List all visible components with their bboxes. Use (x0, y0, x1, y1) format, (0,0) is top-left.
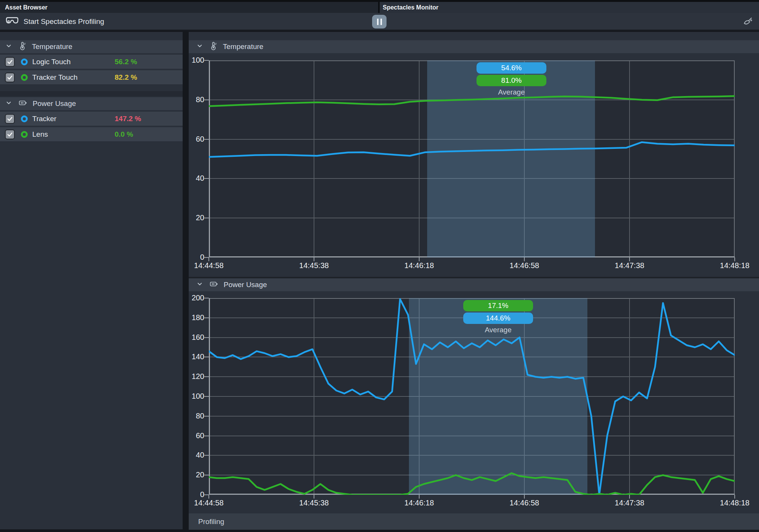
metrics-sidebar: Temperature Logic Touch 56.2 % Tracker T… (0, 32, 183, 529)
metric-label: Tracker (32, 115, 57, 123)
axis-tick (204, 178, 209, 179)
x-axis-tick-label: 14:46:58 (500, 499, 549, 507)
profiling-section-bar[interactable]: Profiling (189, 513, 759, 530)
checkbox[interactable] (5, 129, 15, 139)
axis-tick (204, 139, 209, 140)
axis-tick (314, 257, 314, 261)
tooltip-value-badge: 144.6% (463, 313, 533, 324)
x-axis-tick-label: 14:45:38 (289, 261, 339, 270)
axis-tick (524, 495, 525, 499)
tooltip-value-badge: 81.0% (477, 75, 546, 86)
chart-lines (209, 60, 735, 257)
chevron-down-icon[interactable] (5, 99, 12, 108)
axis-tick (204, 376, 209, 377)
spectacles-icon (5, 16, 19, 28)
tooltip-value-badge: 17.1% (463, 300, 533, 311)
y-axis-tick-label: 0 (178, 490, 204, 499)
metric-value: 56.2 % (115, 58, 137, 66)
y-axis-tick-label: 120 (178, 372, 204, 381)
y-axis-tick-label: 20 (178, 213, 204, 222)
metric-row-tracker-touch[interactable]: Tracker Touch 82.2 % (0, 70, 183, 84)
section-divider (0, 91, 183, 96)
y-axis-tick-label: 60 (178, 431, 204, 440)
clean-broom-button[interactable] (743, 17, 753, 27)
metric-row-tracker[interactable]: Tracker 147.2 % (0, 112, 183, 126)
battery-icon (18, 99, 27, 109)
x-axis-tick-label: 14:48:18 (710, 499, 759, 507)
metric-label: Logic Touch (32, 58, 71, 66)
chart-tooltip: 54.6% 81.0% Average (477, 62, 546, 96)
power-usage-chart-plot[interactable]: 17.1% 144.6% Average (209, 298, 735, 495)
y-axis-tick-label: 80 (178, 95, 204, 104)
axis-tick (204, 436, 209, 436)
tab-asset-browser[interactable]: Asset Browser (0, 2, 379, 13)
y-axis-tick-label: 140 (178, 352, 204, 361)
x-axis-tick-label: 14:45:38 (289, 499, 339, 507)
axis-tick (629, 257, 630, 261)
series-color-swatch (21, 58, 28, 65)
chart-header-power-usage[interactable]: Power Usage (189, 278, 759, 291)
axis-tick (208, 495, 209, 499)
y-axis-tick-label: 180 (178, 313, 204, 322)
metric-label: Lens (32, 130, 48, 139)
x-axis-tick-label: 14:46:18 (394, 499, 444, 507)
axis-tick (734, 257, 735, 261)
axis-tick (204, 317, 209, 318)
y-axis-tick-label: 60 (178, 135, 204, 144)
thermometer-icon (18, 42, 27, 52)
metric-row-logic-touch[interactable]: Logic Touch 56.2 % (0, 55, 183, 69)
y-axis-tick-label: 40 (178, 451, 204, 459)
axis-tick (204, 218, 209, 218)
checkbox[interactable] (5, 114, 15, 124)
axis-tick (204, 99, 209, 100)
section-title: Power Usage (33, 99, 76, 108)
axis-tick (419, 495, 420, 499)
axis-tick (524, 257, 525, 261)
x-axis-tick-label: 14:44:58 (184, 261, 234, 270)
temperature-chart-plot[interactable]: 54.6% 81.0% Average (209, 60, 735, 257)
x-axis-tick-label: 14:46:18 (394, 261, 444, 270)
y-axis-tick-label: 20 (178, 470, 204, 479)
checkbox[interactable] (5, 57, 15, 67)
axis-tick (204, 396, 209, 397)
chart-header-temperature[interactable]: Temperature (189, 40, 759, 53)
tooltip-caption: Average (485, 326, 511, 334)
series-color-swatch (21, 115, 28, 122)
checkbox[interactable] (5, 73, 15, 82)
sidebar-section-power-usage[interactable]: Power Usage (0, 97, 183, 110)
start-profiling-button[interactable]: Start Spectacles Profiling (5, 15, 104, 28)
tab-spectacles-monitor-label: Spectacles Monitor (383, 4, 439, 11)
metric-row-lens[interactable]: Lens 0.0 % (0, 127, 183, 141)
x-axis-tick-label: 14:47:38 (605, 499, 654, 507)
axis-tick (204, 298, 209, 298)
tooltip-caption: Average (498, 88, 525, 96)
chevron-down-icon[interactable] (196, 43, 203, 51)
y-axis-tick-label: 40 (178, 174, 204, 183)
pause-button[interactable] (372, 15, 387, 28)
start-profiling-label: Start Spectacles Profiling (24, 17, 104, 26)
series-color-swatch (21, 74, 28, 81)
chevron-down-icon[interactable] (196, 281, 203, 289)
y-axis-tick-label: 80 (178, 412, 204, 420)
axis-tick (204, 337, 209, 338)
pause-icon (377, 19, 379, 25)
y-axis-tick-label: 160 (178, 333, 204, 342)
y-axis-tick-label: 200 (178, 294, 204, 302)
broom-icon (743, 17, 753, 27)
axis-tick (204, 475, 209, 475)
chevron-down-icon[interactable] (5, 43, 12, 51)
x-axis-tick-label: 14:46:58 (500, 261, 549, 270)
top-tab-bar: Asset Browser Spectacles Monitor (0, 0, 759, 13)
x-axis-tick-label: 14:47:38 (605, 261, 654, 270)
axis-tick (204, 416, 209, 417)
series-color-swatch (21, 131, 28, 138)
charts-panel: Temperature 54.6% 81.0% Average Power Us… (189, 32, 759, 513)
tab-spectacles-monitor[interactable]: Spectacles Monitor (380, 2, 759, 13)
sidebar-section-temperature[interactable]: Temperature (0, 40, 183, 53)
axis-tick (314, 495, 314, 499)
tooltip-value-badge: 54.6% (477, 62, 546, 74)
x-axis-tick-label: 14:44:58 (184, 499, 234, 507)
y-axis-tick-label: 0 (178, 253, 204, 262)
y-axis-tick-label: 100 (178, 392, 204, 401)
chart-title: Power Usage (224, 281, 267, 289)
